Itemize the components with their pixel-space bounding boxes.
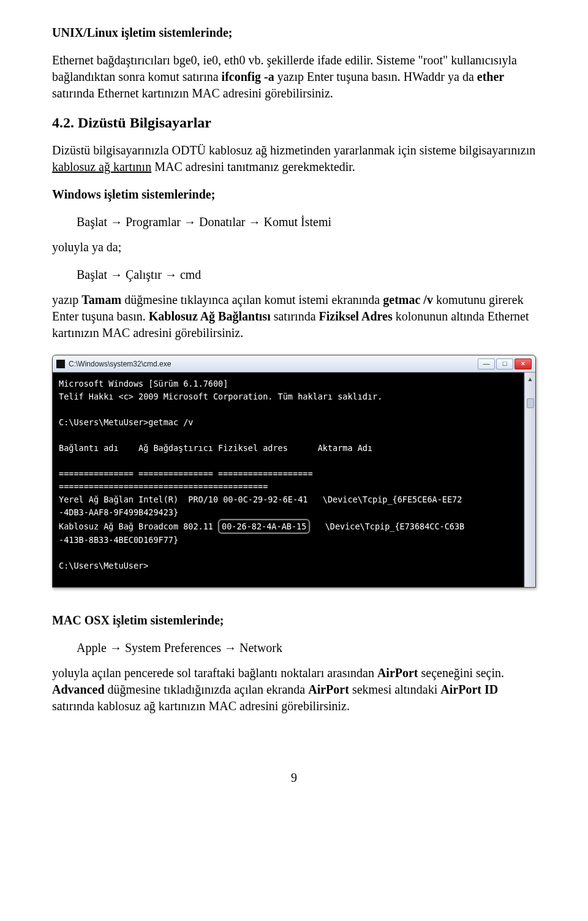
- cmd-row-1a: Yerel Ağ Bağlan Intel(R) PRO/10 00-0C-29…: [59, 495, 462, 504]
- nav-path-1: Başlat → Programlar → Donatılar → Komut …: [77, 214, 536, 230]
- cmd-output: Microsoft Windows [Sürüm 6.1.7600] Telif…: [53, 373, 524, 587]
- section-4-2-heading: 4.2. Dizüstü Bilgisayarlar: [52, 113, 536, 132]
- mac-address-highlight: 00-26-82-4A-AB-15: [218, 519, 310, 534]
- kablosuz-word: Kablosuz Ağ Bağlantısı: [149, 309, 271, 323]
- ether-word: ether: [477, 70, 504, 83]
- cmd-line: C:\Users\MetuUser>getmac /v: [59, 417, 193, 427]
- page-number: 9: [52, 770, 536, 786]
- cmd-row-2b: \Device\Tcpip_{E73684CC-C63B: [310, 521, 464, 531]
- cmd-line: Telif Hakkı <c> 2009 Microsoft Corporati…: [59, 392, 382, 401]
- text: sekmesi altındaki: [349, 683, 440, 696]
- cmd-window: C:\Windows\system32\cmd.exe — □ × Micros…: [52, 355, 536, 588]
- text: Dizüstü bilgisayarınızla ODTÜ kablosuz a…: [52, 143, 535, 157]
- cmd-header-row: Bağlantı adı Ağ Bağdaştırıcı Fiziksel ad…: [59, 443, 372, 453]
- maximize-button[interactable]: □: [496, 358, 513, 370]
- macosx-paragraph: yoluyla açılan pencerede sol taraftaki b…: [52, 665, 536, 714]
- tamam-word: Tamam: [81, 293, 121, 306]
- text: satırında: [271, 309, 319, 323]
- nav-path-3: Apple → System Preferences → Network: [77, 640, 536, 656]
- section-4-2-intro: Dizüstü bilgisayarınızla ODTÜ kablosuz a…: [52, 142, 536, 175]
- text: yoluyla açılan pencerede sol taraftaki b…: [52, 666, 377, 680]
- cmd-titlebar: C:\Windows\system32\cmd.exe — □ ×: [53, 355, 535, 373]
- cmd-separator: =============== =============== ========…: [59, 469, 318, 491]
- cmd-row-2a: Kablosuz Ağ Bağ Broadcom 802.11: [59, 521, 218, 531]
- windows-paragraph: yazıp Tamam düğmesine tıklayınca açılan …: [52, 292, 536, 341]
- text: düğmesine tıklayınca açılan komut istemi…: [121, 293, 383, 306]
- text: yazıp Enter tuşuna basın. HWaddr ya da: [274, 70, 477, 83]
- windows-heading: Windows işletim sistemlerinde;: [52, 186, 536, 203]
- airport-tab-word: AirPort: [308, 683, 349, 696]
- unix-heading: UNIX/Linux işletim sistemlerinde;: [52, 25, 536, 41]
- cmd-line: Microsoft Windows [Sürüm 6.1.7600]: [59, 379, 228, 388]
- text: satırında kablosuz ağ kartınızın MAC adr…: [52, 699, 350, 713]
- text: MAC adresini tanıtmanız gerekmektedir.: [151, 160, 355, 173]
- cmd-title-text: C:\Windows\system32\cmd.exe: [69, 359, 171, 369]
- text: satırında Ethernet kartınızın MAC adresi…: [52, 86, 333, 100]
- cmd-row-1b: -4DB3-AAF8-9F499B429423}: [59, 507, 178, 517]
- scroll-thumb[interactable]: [527, 398, 534, 408]
- close-button[interactable]: ×: [514, 358, 532, 370]
- fiziksel-word: Fiziksel Adres: [319, 309, 393, 323]
- cmd-row-2c: -413B-8B33-4BEC0D169F77}: [59, 535, 178, 545]
- cmd-icon: [56, 360, 65, 368]
- getmac-cmd: getmac /v: [383, 293, 433, 306]
- nav-path-2: Başlat → Çalıştır → cmd: [77, 267, 536, 283]
- advanced-word: Advanced: [52, 683, 105, 696]
- unix-paragraph: Ethernet bağdaştırıcıları bge0, ie0, eth…: [52, 52, 536, 102]
- scroll-up-icon[interactable]: ▲: [527, 375, 533, 384]
- text: düğmesine tıkladığınızda açılan ekranda: [105, 683, 309, 696]
- ifconfig-cmd: ifconfig -a: [222, 70, 274, 83]
- text: seçeneğini seçin.: [418, 666, 505, 680]
- macosx-heading: MAC OSX işletim sistemlerinde;: [52, 612, 536, 629]
- cmd-prompt: C:\Users\MetuUser>: [59, 561, 148, 570]
- airport-id-word: AirPort ID: [440, 683, 498, 696]
- yoluyla-text: yoluyla ya da;: [52, 239, 536, 256]
- scrollbar[interactable]: ▲: [524, 373, 535, 587]
- airport-word: AirPort: [377, 666, 418, 680]
- minimize-button[interactable]: —: [478, 358, 495, 370]
- underlined-text: kablosuz ağ kartının: [52, 160, 151, 173]
- text: yazıp: [52, 293, 81, 306]
